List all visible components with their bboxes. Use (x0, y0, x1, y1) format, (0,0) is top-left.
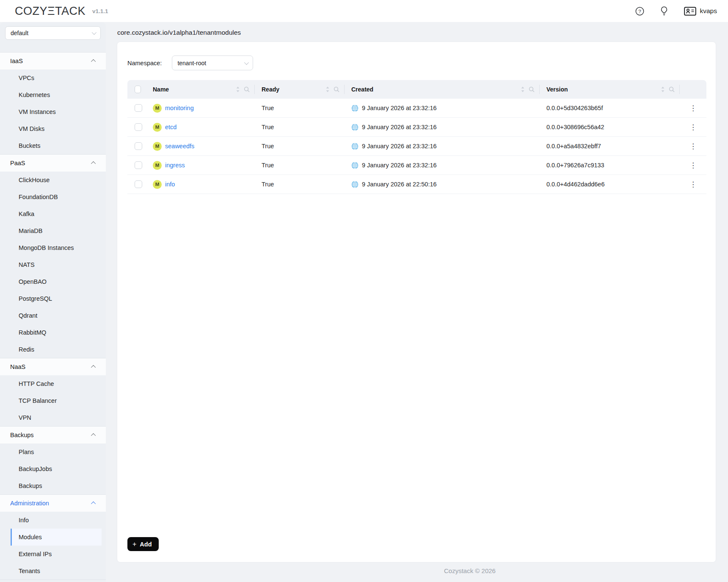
sidebar-item-backupjobs[interactable]: BackupJobs (11, 460, 102, 477)
table-row: M monitoring True 9 January 2026 at 23:3… (127, 99, 706, 118)
row-checkbox[interactable] (135, 104, 142, 112)
kebab-menu-icon[interactable]: ⋮ (687, 180, 699, 189)
sidebar-item-mariadb[interactable]: MariaDB (11, 222, 102, 239)
search-icon[interactable] (669, 86, 675, 92)
sidebar-item-http-cache[interactable]: HTTP Cache (11, 375, 102, 392)
sidebar-item-mongodb-instances[interactable]: MongoDB Instances (11, 239, 102, 256)
created-value: 9 January 2026 at 23:32:16 (362, 143, 437, 150)
sidebar-item-nats[interactable]: NATS (11, 256, 102, 273)
username: kvaps (700, 7, 717, 15)
search-icon[interactable] (334, 86, 339, 92)
table-row: M info True 9 January 2026 at 22:50:16 0… (127, 175, 706, 194)
sidebar-section-header-administration[interactable]: Administration (0, 494, 106, 512)
sidebar-item-external-ips[interactable]: External IPs (11, 546, 102, 563)
sidebar-section-paas: PaaS ClickHouse FoundationDB Kafka Maria… (0, 154, 106, 358)
sidebar-item-vpcs[interactable]: VPCs (11, 69, 102, 86)
created-value: 9 January 2026 at 23:32:16 (362, 105, 437, 111)
row-checkbox[interactable] (135, 123, 142, 131)
sidebar-section-header-paas[interactable]: PaaS (0, 154, 106, 172)
sidebar-section-iaas: IaaS VPCs Kubernetes VM Instances VM Dis… (0, 52, 106, 154)
plus-icon: + (132, 540, 136, 548)
ready-value: True (255, 124, 345, 130)
sidebar-section-header-naas[interactable]: NaaS (0, 358, 106, 375)
sort-icon[interactable] (661, 86, 665, 93)
row-checkbox[interactable] (135, 180, 142, 188)
sidebar-item-postgresql[interactable]: PostgreSQL (11, 290, 102, 307)
sidebar-item-vm-instances[interactable]: VM Instances (11, 103, 102, 120)
sidebar-item-rabbitmq[interactable]: RabbitMQ (11, 324, 102, 341)
module-name-link[interactable]: seaweedfs (165, 143, 194, 150)
version-value: 0.0.0+79626a7c9133 (540, 162, 680, 169)
sort-icon[interactable] (325, 86, 330, 93)
table-row: M ingress True 9 January 2026 at 23:32:1… (127, 156, 706, 175)
namespace-select[interactable]: tenant-root (172, 55, 253, 70)
globe-icon (351, 105, 358, 112)
sidebar-item-backups[interactable]: Backups (11, 477, 102, 494)
column-header-version: Version (540, 80, 680, 99)
ready-value: True (255, 143, 345, 150)
sidebar-item-plans[interactable]: Plans (11, 443, 102, 460)
chevron-up-icon (91, 433, 96, 438)
chevron-up-icon (91, 161, 96, 166)
sidebar-section-naas: NaaS HTTP Cache TCP Balancer VPN (0, 358, 106, 426)
table-header-row: Name Ready Created (127, 80, 706, 99)
select-all-checkbox[interactable] (135, 86, 141, 93)
module-name-link[interactable]: ingress (165, 162, 185, 169)
modules-table: Name Ready Created (127, 80, 706, 194)
add-button[interactable]: + Add (127, 537, 159, 551)
sidebar-item-clickhouse[interactable]: ClickHouse (11, 172, 102, 188)
workspace-select[interactable]: default (5, 26, 101, 40)
module-badge: M (153, 161, 162, 170)
sidebar-item-kubernetes[interactable]: Kubernetes (11, 86, 102, 103)
column-header-ready: Ready (255, 80, 345, 99)
main-content: core.cozystack.io/v1alpha1/tenantmodules… (106, 22, 728, 582)
table-row: M etcd True 9 January 2026 at 23:32:16 0… (127, 118, 706, 137)
sort-icon[interactable] (521, 86, 525, 93)
namespace-row: Namespace: tenant-root (127, 55, 706, 70)
module-name-link[interactable]: info (165, 181, 175, 188)
namespace-select-value: tenant-root (177, 60, 244, 67)
search-icon[interactable] (244, 86, 250, 92)
sidebar-item-tenants[interactable]: Tenants (11, 563, 102, 579)
version-value: 0.0.0+a5a4832ebff7 (540, 143, 680, 150)
sidebar-item-info[interactable]: Info (11, 512, 102, 529)
sidebar-item-buckets[interactable]: Buckets (11, 137, 102, 154)
kebab-menu-icon[interactable]: ⋮ (687, 104, 699, 113)
sidebar-item-openbao[interactable]: OpenBAO (11, 273, 102, 290)
page-footer: Cozystack © 2026 (106, 567, 728, 574)
sidebar: default IaaS VPCs Kubernetes VM Instance… (0, 22, 106, 582)
version-value: 0.0.0+308696c56a42 (540, 124, 680, 130)
ready-value: True (255, 162, 345, 169)
sidebar-item-qdrant[interactable]: Qdrant (11, 307, 102, 324)
user-menu[interactable]: kvaps (684, 7, 717, 16)
kebab-menu-icon[interactable]: ⋮ (687, 142, 699, 151)
sidebar-item-foundationdb[interactable]: FoundationDB (11, 188, 102, 205)
search-icon[interactable] (529, 86, 535, 92)
svg-text:?: ? (638, 8, 641, 14)
kebab-menu-icon[interactable]: ⋮ (687, 123, 699, 132)
sidebar-item-tcp-balancer[interactable]: TCP Balancer (11, 392, 102, 409)
module-badge: M (153, 180, 162, 189)
sidebar-nav: IaaS VPCs Kubernetes VM Instances VM Dis… (0, 52, 106, 580)
kebab-menu-icon[interactable]: ⋮ (687, 161, 699, 170)
sidebar-section-header-backups[interactable]: Backups (0, 426, 106, 443)
row-checkbox[interactable] (135, 161, 142, 169)
sidebar-item-modules[interactable]: Modules (11, 529, 102, 546)
sidebar-item-kafka[interactable]: Kafka (11, 205, 102, 222)
sidebar-item-redis[interactable]: Redis (11, 341, 102, 358)
ready-value: True (255, 105, 345, 111)
app-version: v1.1.1 (92, 8, 108, 14)
sidebar-item-vm-disks[interactable]: VM Disks (11, 120, 102, 137)
row-checkbox[interactable] (135, 142, 142, 150)
sort-icon[interactable] (236, 86, 240, 93)
help-icon[interactable]: ? (635, 7, 644, 16)
lightbulb-icon[interactable] (660, 6, 668, 16)
sidebar-section-header-iaas[interactable]: IaaS (0, 52, 106, 69)
module-name-link[interactable]: monitoring (165, 105, 194, 111)
chevron-down-icon (244, 60, 249, 64)
top-header: COZYΞTACK v1.1.1 ? kvaps (0, 0, 728, 22)
module-name-link[interactable]: etcd (165, 124, 176, 130)
user-badge-icon (684, 7, 696, 16)
sidebar-item-vpn[interactable]: VPN (11, 409, 102, 426)
globe-icon (351, 124, 358, 131)
